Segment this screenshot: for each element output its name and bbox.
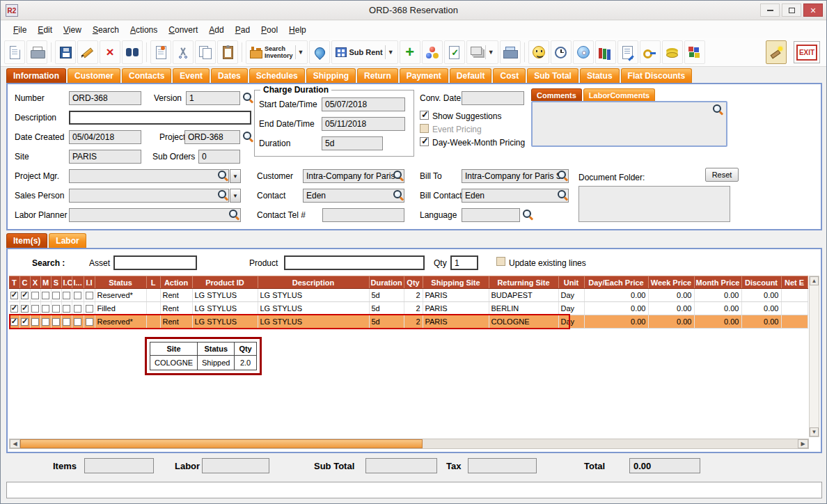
sales-person-field[interactable] xyxy=(69,189,229,203)
edit-notes-button[interactable] xyxy=(617,40,638,64)
product-id-cell[interactable]: LG STYLUS xyxy=(192,315,258,329)
month-price-cell[interactable]: 0.00 xyxy=(694,302,741,315)
document-folder-box[interactable] xyxy=(578,186,730,222)
tab-labor[interactable]: Labor xyxy=(49,233,86,248)
project-field[interactable] xyxy=(184,130,240,144)
site-field[interactable] xyxy=(69,150,141,164)
status-cell[interactable]: Reserved* xyxy=(95,289,146,302)
dwm-pricing-checkbox[interactable] xyxy=(420,137,429,146)
row-checkbox[interactable] xyxy=(86,305,93,313)
row-checkbox[interactable] xyxy=(52,292,60,299)
row-checkbox[interactable] xyxy=(10,318,18,326)
l-cell[interactable] xyxy=(146,315,160,329)
row-checkbox[interactable] xyxy=(21,292,29,299)
delete-button[interactable]: × xyxy=(100,40,120,64)
edit-button[interactable] xyxy=(77,40,98,64)
product-id-cell[interactable]: LG STYLUS xyxy=(192,289,258,302)
duration-cell[interactable]: 5d xyxy=(369,289,404,302)
grid-cell[interactable] xyxy=(19,315,30,329)
comments-textarea[interactable] xyxy=(531,101,727,147)
tab-status[interactable]: Status xyxy=(580,68,620,83)
column-header[interactable]: I.C xyxy=(61,276,72,289)
unit-cell[interactable]: Day xyxy=(558,315,584,329)
tab-labor-comments[interactable]: LaborComments xyxy=(583,88,655,101)
batch-print-button[interactable] xyxy=(500,40,521,64)
row-checkbox[interactable] xyxy=(74,292,81,299)
column-header[interactable]: Day/Each Price xyxy=(584,276,648,289)
show-suggestions-checkbox[interactable] xyxy=(420,111,429,120)
grid-cell[interactable] xyxy=(9,302,19,315)
row-checkbox[interactable] xyxy=(86,318,93,326)
row-checkbox[interactable] xyxy=(74,305,81,313)
product-search-input[interactable] xyxy=(284,255,425,270)
chevron-down-icon[interactable]: ▼ xyxy=(295,45,304,59)
menu-file[interactable]: File xyxy=(8,23,32,37)
column-header[interactable]: Returning Site xyxy=(489,276,558,289)
menu-pad[interactable]: Pad xyxy=(230,23,255,37)
find-button[interactable] xyxy=(122,40,143,64)
row-checkbox[interactable] xyxy=(31,292,39,299)
exit-button[interactable]: EXIT xyxy=(794,41,820,63)
unit-cell[interactable]: Day xyxy=(558,302,584,315)
number-field[interactable] xyxy=(69,91,141,105)
row-checkbox[interactable] xyxy=(42,305,49,313)
column-header[interactable]: Status xyxy=(95,276,146,289)
event-pricing-checkbox[interactable] xyxy=(420,124,429,133)
day-each-price-cell[interactable]: 0.00 xyxy=(584,315,648,329)
bill-to-field[interactable] xyxy=(462,169,569,183)
new-button[interactable] xyxy=(4,40,25,64)
payments-button[interactable] xyxy=(662,40,683,64)
column-header[interactable]: L xyxy=(146,276,160,289)
week-price-cell[interactable]: 0.00 xyxy=(648,315,694,329)
row-checkbox[interactable] xyxy=(10,305,18,313)
grid-cell[interactable] xyxy=(40,289,51,302)
qty-cell[interactable]: 2 xyxy=(404,302,423,315)
cut-document-button[interactable] xyxy=(150,40,171,64)
row-checkbox[interactable] xyxy=(31,305,39,313)
tab-shipping[interactable]: Shipping xyxy=(306,68,356,83)
grid-cell[interactable] xyxy=(51,289,61,302)
row-checkbox[interactable] xyxy=(21,305,29,313)
l-cell[interactable] xyxy=(146,302,160,315)
chevron-down-icon[interactable]: ▼ xyxy=(385,45,394,59)
grid-cell[interactable] xyxy=(40,315,51,329)
shipping-site-cell[interactable]: PARIS xyxy=(423,302,489,315)
duration-cell[interactable]: 5d xyxy=(369,302,404,315)
column-header[interactable]: C xyxy=(19,276,30,289)
discount-cell[interactable]: 0.00 xyxy=(741,289,781,302)
qty-input[interactable] xyxy=(450,255,478,270)
menu-edit[interactable]: Edit xyxy=(32,23,58,37)
grid-cell[interactable] xyxy=(84,315,95,329)
sales-person-dropdown-button[interactable]: ▼ xyxy=(230,189,241,203)
grid-cell[interactable] xyxy=(61,289,72,302)
chevron-down-icon[interactable]: ▼ xyxy=(485,45,494,59)
reports-button[interactable] xyxy=(684,40,705,64)
customer-field[interactable] xyxy=(303,169,404,183)
menu-pool[interactable]: Pool xyxy=(255,23,283,37)
item-row[interactable]: Filled Rent LG STYLUS LG STYLUS 5d 2 PAR… xyxy=(9,302,808,315)
returning-site-cell[interactable]: COLOGNE xyxy=(489,315,558,329)
save-button[interactable] xyxy=(55,40,76,64)
conv-date-field[interactable] xyxy=(462,91,524,105)
day-each-price-cell[interactable]: 0.00 xyxy=(584,289,648,302)
contact-field[interactable] xyxy=(303,189,404,203)
duration-cell[interactable]: 5d xyxy=(369,315,404,329)
duration-field[interactable] xyxy=(322,136,383,150)
update-existing-lines-checkbox[interactable] xyxy=(496,257,505,266)
grid-cell[interactable] xyxy=(84,289,95,302)
print-button[interactable] xyxy=(26,40,47,64)
menu-add[interactable]: Add xyxy=(203,23,229,37)
scrollbar-thumb[interactable] xyxy=(20,439,423,448)
sales-person-search-icon[interactable] xyxy=(218,190,228,200)
paste-button[interactable] xyxy=(217,40,238,64)
scroll-right-button[interactable]: ▶ xyxy=(798,439,808,448)
labor-planner-search-icon[interactable] xyxy=(229,210,239,220)
column-header[interactable]: Net E xyxy=(781,276,808,289)
row-checkbox[interactable] xyxy=(86,292,93,299)
returning-site-cell[interactable]: BERLIN xyxy=(489,302,558,315)
cut-button[interactable] xyxy=(173,40,194,64)
grid-cell[interactable] xyxy=(51,302,61,315)
net-cell[interactable] xyxy=(781,315,808,329)
schedule-button[interactable] xyxy=(551,40,572,64)
column-header[interactable]: I.I xyxy=(84,276,95,289)
